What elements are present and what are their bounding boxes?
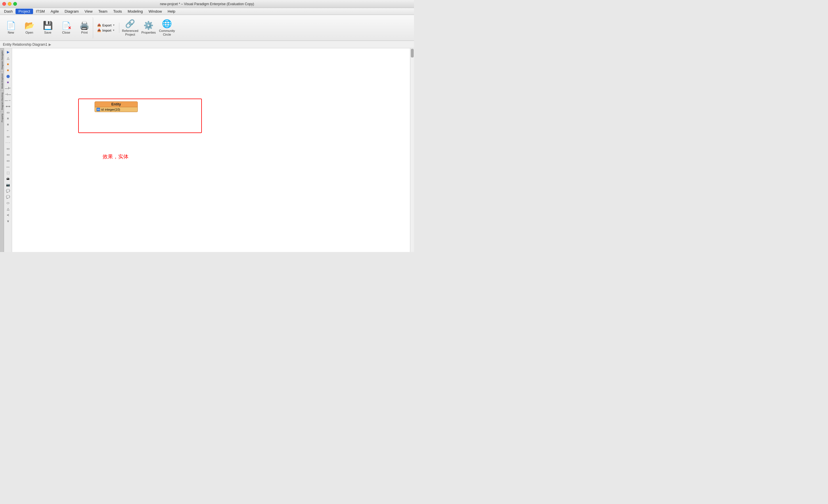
orange-rect-tool-2[interactable]: ■	[5, 67, 11, 73]
referenced-project-icon: 🔗	[125, 19, 135, 29]
breadcrumb-bar: Entity Relationship Diagram1 ▶	[0, 41, 414, 48]
properties-button[interactable]: ⚙️ Properties	[140, 17, 157, 39]
minimize-window-button[interactable]	[8, 2, 11, 6]
export-label: Export	[102, 24, 112, 27]
traffic-lights[interactable]	[2, 2, 17, 6]
comment-tool-2[interactable]: 💬	[5, 194, 11, 200]
side-toolbar: ▶ △ ■ ■ ⬤ ■ —⊢ ⊣— —→ ⟺ ▭ ≡ ≡ ← ▭ · · · ▭…	[4, 48, 12, 252]
menu-bar: Dash Project ITSM Agile Diagram View Tea…	[0, 8, 414, 15]
orange-rect-tool-1[interactable]: ■	[5, 61, 11, 67]
breadcrumb: Entity Relationship Diagram1	[3, 43, 47, 47]
export-dropdown-arrow: ▼	[113, 24, 115, 27]
rect-tool-3[interactable]: ▭	[5, 152, 11, 157]
properties-icon: ⚙️	[143, 21, 154, 30]
camera-icon[interactable]: 📷	[5, 182, 11, 188]
line-tool[interactable]: —	[5, 164, 11, 170]
export-button[interactable]: 📤 Export ▼	[95, 23, 117, 28]
triangle-tool-2[interactable]: △	[5, 206, 11, 212]
tab-diagram-backlog[interactable]: Diagram Backlog	[0, 91, 4, 112]
save-button[interactable]: 💾 Save	[39, 17, 56, 39]
title-bar: new-projcet * – Visual Paradigm Enterpri…	[0, 0, 414, 8]
entity-title[interactable]: Entity	[94, 101, 138, 107]
maximize-window-button[interactable]	[13, 2, 17, 6]
vertical-scrollbar[interactable]	[410, 48, 414, 252]
print-icon: 🖨️	[79, 21, 89, 30]
new-icon: 📄	[6, 21, 16, 30]
chevron-tool[interactable]: ≺	[5, 212, 11, 218]
tab-property[interactable]: Property	[0, 111, 4, 124]
purple-rect-tool[interactable]: ■	[5, 79, 11, 85]
mountain-icon[interactable]: 🏔	[5, 176, 11, 182]
close-doc-icon: 📄 ✕	[61, 21, 71, 30]
referenced-project-button[interactable]: 🔗 Referenced Project	[122, 17, 139, 39]
connector-tool-2[interactable]: ⊣—	[5, 91, 11, 97]
import-button[interactable]: 📥 Import ▼	[95, 28, 117, 33]
comment-tool-1[interactable]: 💬	[5, 188, 11, 194]
menu-view[interactable]: View	[82, 9, 95, 14]
tab-diagram-navigator[interactable]: Diagram Navigator	[0, 48, 4, 71]
menu-team[interactable]: Team	[95, 9, 111, 14]
save-icon: 💾	[43, 21, 53, 30]
entity-field-name: id	[101, 108, 104, 111]
frame-tool[interactable]: ⬚	[5, 170, 11, 176]
blue-circle-tool[interactable]: ⬤	[5, 73, 11, 79]
export-icon: 📤	[97, 23, 101, 27]
close-doc-button[interactable]: 📄 ✕ Close	[57, 17, 75, 39]
menu-itsm[interactable]: ITSM	[33, 9, 48, 14]
entity-field-type: integer(10)	[105, 108, 120, 111]
export-import-group: 📤 Export ▼ 📥 Import ▼	[95, 23, 119, 33]
menu-agile[interactable]: Agile	[48, 9, 62, 14]
rect-tool-2[interactable]: ▭	[5, 146, 11, 151]
dotted-tool[interactable]: · · ·	[5, 140, 11, 145]
new-button[interactable]: 📄 New	[2, 17, 19, 39]
menu-diagram[interactable]: Diagram	[62, 9, 82, 14]
primary-key-icon: PK	[96, 108, 100, 111]
tab-model-explorer[interactable]: Model Explorer	[0, 71, 4, 91]
community-circle-icon: 🌐	[162, 19, 172, 29]
menu-help[interactable]: Help	[165, 9, 178, 14]
connector-tool-4[interactable]: ⟺	[5, 103, 11, 109]
entity-diagram-frame[interactable]: Entity PK id integer(10)	[78, 99, 202, 133]
toolbar: 📄 New 📂 Open 💾 Save 📄 ✕ Close 🖨️ Print 📤…	[0, 15, 414, 41]
list-tool-1[interactable]: ≡	[5, 116, 11, 121]
pointer-tool[interactable]: ▶	[5, 49, 11, 55]
print-button[interactable]: 🖨️ Print	[76, 17, 93, 39]
menu-tools[interactable]: Tools	[111, 9, 125, 14]
main-area: Diagram Navigator Model Explorer Diagram…	[0, 48, 414, 252]
import-icon: 📥	[97, 29, 101, 32]
left-panel-tabs: Diagram Navigator Model Explorer Diagram…	[0, 48, 4, 252]
connector-tool-1[interactable]: —⊢	[5, 85, 11, 91]
list-tool-2[interactable]: ≡	[5, 122, 11, 127]
menu-dash[interactable]: Dash	[1, 9, 15, 14]
entity-field-row[interactable]: PK id integer(10)	[94, 107, 138, 112]
caption-text: 效果，实体	[102, 153, 128, 160]
open-icon: 📂	[25, 21, 35, 30]
arrow-left-tool[interactable]: ←	[5, 128, 11, 133]
entity-element[interactable]: Entity PK id integer(10)	[94, 101, 138, 112]
import-label: Import	[102, 29, 111, 32]
rect-tool[interactable]: ▭	[5, 109, 11, 115]
breadcrumb-arrow-icon: ▶	[49, 43, 51, 47]
import-dropdown-arrow: ▼	[113, 29, 115, 32]
menu-modeling[interactable]: Modeling	[125, 9, 146, 14]
box-tool[interactable]: ▭	[5, 134, 11, 139]
menu-window[interactable]: Window	[146, 9, 165, 14]
scrollbar-thumb[interactable]	[411, 49, 414, 57]
ellipse-tool[interactable]: ⬭	[5, 200, 11, 206]
connector-tool-3[interactable]: —→	[5, 97, 11, 103]
window-title: new-projcet * – Visual Paradigm Enterpri…	[160, 2, 254, 6]
canvas[interactable]: Entity PK id integer(10) 效果，实体	[12, 48, 414, 252]
menu-project[interactable]: Project	[15, 9, 33, 14]
community-circle-button[interactable]: 🌐 Community Circle	[158, 17, 176, 39]
open-button[interactable]: 📂 Open	[21, 17, 38, 39]
rect-tool-4[interactable]: ▭	[5, 158, 11, 164]
triangle-tool[interactable]: △	[5, 55, 11, 61]
chevron-down-tool[interactable]: ∨	[5, 218, 11, 224]
close-window-button[interactable]	[2, 2, 6, 6]
